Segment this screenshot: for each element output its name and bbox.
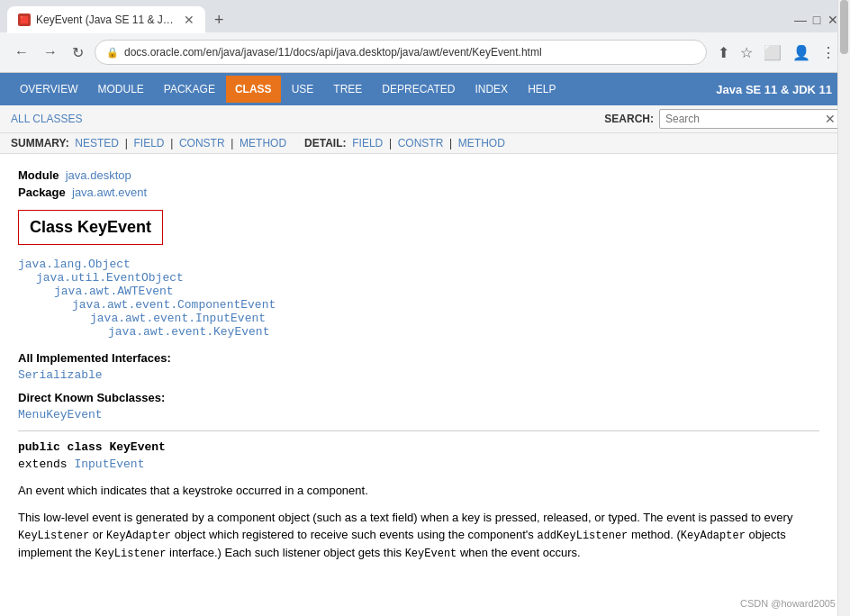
summary-method[interactable]: METHOD bbox=[240, 137, 286, 149]
summary-field[interactable]: FIELD bbox=[133, 137, 164, 149]
module-label: Module bbox=[18, 168, 59, 182]
known-subclasses-section: Direct Known Subclasses: MenuKeyEvent bbox=[18, 391, 819, 421]
detail-prefix: DETAIL: bbox=[304, 137, 349, 149]
search-label: SEARCH: bbox=[604, 113, 654, 125]
summary-constr[interactable]: CONSTR bbox=[179, 137, 225, 149]
reload-button[interactable]: ↻ bbox=[68, 41, 87, 65]
nav-index[interactable]: INDEX bbox=[466, 76, 517, 103]
docs-topbar: OVERVIEW MODULE PACKAGE CLASS USE TREE D… bbox=[0, 73, 850, 105]
implemented-interfaces-section: All Implemented Interfaces: Serializable bbox=[18, 351, 819, 382]
class-title-box: Class KeyEvent bbox=[18, 210, 163, 245]
implemented-interfaces-value[interactable]: Serializable bbox=[18, 368, 819, 382]
search-input-wrap: ✕ bbox=[659, 109, 839, 129]
active-tab[interactable]: 🟥 KeyEvent (Java SE 11 & JDK 11 ✕ bbox=[7, 6, 205, 33]
nav-help[interactable]: HELP bbox=[519, 76, 565, 103]
known-subclasses-label: Direct Known Subclasses: bbox=[18, 391, 819, 404]
docs-version: Java SE 11 & JDK 11 bbox=[716, 83, 832, 96]
lock-icon: 🔒 bbox=[106, 47, 119, 59]
browser-chrome: 🟥 KeyEvent (Java SE 11 & JDK 11 ✕ + — □ … bbox=[0, 0, 850, 73]
extends-line: extends InputEvent bbox=[18, 457, 819, 471]
search-input[interactable] bbox=[659, 109, 839, 129]
tab-mode-icon[interactable]: ⬜ bbox=[760, 41, 785, 65]
hierarchy-item[interactable]: java.awt.event.KeyEvent bbox=[18, 325, 819, 339]
window-controls: — □ ✕ bbox=[794, 14, 843, 26]
new-tab-button[interactable]: + bbox=[209, 9, 230, 32]
bookmark-icon[interactable]: ☆ bbox=[737, 41, 756, 65]
detail-field[interactable]: FIELD bbox=[352, 137, 383, 149]
tab-title: KeyEvent (Java SE 11 & JDK 11 bbox=[36, 14, 175, 26]
address-actions: ⬆ ☆ ⬜ 👤 ⋮ bbox=[714, 41, 839, 65]
back-button[interactable]: ← bbox=[11, 41, 32, 64]
scrollbar-track[interactable] bbox=[837, 0, 850, 616]
detail-constr[interactable]: CONSTR bbox=[398, 137, 444, 149]
docs-summary-bar: SUMMARY: NESTED | FIELD | CONSTR | METHO… bbox=[0, 133, 850, 154]
main-content: Module java.desktop Package java.awt.eve… bbox=[0, 154, 837, 585]
docs-subbar: ALL CLASSES SEARCH: ✕ bbox=[0, 105, 850, 133]
tab-bar: 🟥 KeyEvent (Java SE 11 & JDK 11 ✕ + — □ … bbox=[0, 0, 850, 32]
short-description: An event which indicates that a keystrok… bbox=[18, 482, 819, 500]
watermark: CSDN @howard2005 bbox=[740, 598, 836, 609]
hierarchy-item[interactable]: java.awt.AWTEvent bbox=[18, 285, 819, 298]
docs-nav: OVERVIEW MODULE PACKAGE CLASS USE TREE D… bbox=[11, 76, 565, 103]
module-link[interactable]: java.desktop bbox=[66, 168, 131, 182]
nav-module[interactable]: MODULE bbox=[88, 76, 152, 103]
search-clear-icon[interactable]: ✕ bbox=[825, 112, 836, 126]
section-divider bbox=[18, 430, 819, 431]
hierarchy-item[interactable]: java.util.EventObject bbox=[18, 271, 819, 285]
package-line: Package java.awt.event bbox=[18, 186, 819, 199]
summary-prefix: SUMMARY: bbox=[11, 137, 72, 149]
class-hierarchy: java.lang.Objectjava.util.EventObjectjav… bbox=[18, 258, 819, 339]
long-description: This low-level event is generated by a c… bbox=[18, 509, 819, 563]
address-bar: ← → ↻ 🔒 docs.oracle.com/en/java/javase/1… bbox=[0, 32, 850, 72]
hierarchy-item[interactable]: java.lang.Object bbox=[18, 258, 819, 271]
known-subclasses-value[interactable]: MenuKeyEvent bbox=[18, 408, 819, 421]
package-link[interactable]: java.awt.event bbox=[72, 186, 147, 199]
all-classes-link[interactable]: ALL CLASSES bbox=[11, 113, 83, 125]
detail-method[interactable]: METHOD bbox=[458, 137, 505, 149]
nav-class[interactable]: CLASS bbox=[226, 76, 281, 103]
maximize-button[interactable]: □ bbox=[810, 14, 823, 26]
class-declaration: public class KeyEvent bbox=[18, 440, 819, 454]
implemented-interfaces-label: All Implemented Interfaces: bbox=[18, 351, 819, 365]
package-label: Package bbox=[18, 186, 66, 199]
extends-link[interactable]: InputEvent bbox=[74, 457, 144, 471]
hierarchy-item[interactable]: java.awt.event.InputEvent bbox=[18, 312, 819, 325]
decl-class: class bbox=[68, 440, 110, 454]
nav-tree[interactable]: TREE bbox=[324, 76, 371, 103]
menu-icon[interactable]: ⋮ bbox=[818, 41, 839, 65]
extends-keyword: extends bbox=[18, 457, 74, 471]
minimize-button[interactable]: — bbox=[794, 14, 807, 26]
summary-links: NESTED | FIELD | CONSTR | METHOD bbox=[75, 137, 289, 149]
address-input-field[interactable]: 🔒 docs.oracle.com/en/java/javase/11/docs… bbox=[95, 40, 707, 65]
nav-deprecated[interactable]: DEPRECATED bbox=[373, 76, 464, 103]
tab-favicon: 🟥 bbox=[18, 14, 31, 26]
url-text: docs.oracle.com/en/java/javase/11/docs/a… bbox=[124, 46, 542, 59]
decl-classname: KeyEvent bbox=[109, 440, 165, 454]
decl-public: public bbox=[18, 440, 68, 454]
share-icon[interactable]: ⬆ bbox=[714, 41, 733, 65]
hierarchy-item[interactable]: java.awt.event.ComponentEvent bbox=[18, 298, 819, 312]
scrollbar-thumb[interactable] bbox=[840, 0, 848, 54]
nav-package[interactable]: PACKAGE bbox=[155, 76, 224, 103]
tab-close-button[interactable]: ✕ bbox=[184, 14, 194, 26]
nav-use[interactable]: USE bbox=[283, 76, 323, 103]
summary-nested[interactable]: NESTED bbox=[75, 137, 119, 149]
search-area: SEARCH: ✕ bbox=[604, 109, 839, 129]
forward-button[interactable]: → bbox=[40, 41, 61, 64]
module-line: Module java.desktop bbox=[18, 168, 819, 182]
profile-icon[interactable]: 👤 bbox=[789, 41, 814, 65]
class-title-text: Class KeyEvent bbox=[30, 218, 151, 236]
nav-overview[interactable]: OVERVIEW bbox=[11, 76, 86, 103]
detail-links: FIELD | CONSTR | METHOD bbox=[352, 137, 505, 149]
